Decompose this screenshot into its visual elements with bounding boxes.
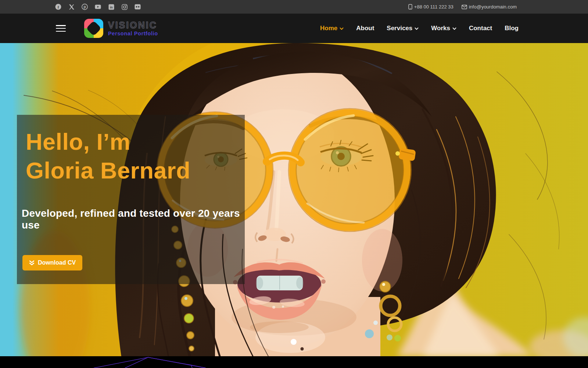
next-section-strip (0, 356, 588, 368)
nav-item-services[interactable]: Services (387, 25, 419, 32)
hero-title-line1: Hello, I’m (26, 129, 130, 155)
wireframe-graphic (0, 356, 588, 368)
page: f p in (0, 0, 588, 368)
hero-title-line2: Gloria Bernard (26, 158, 190, 183)
flickr-icon[interactable] (135, 4, 141, 10)
brand-name: VISIONIC (108, 21, 158, 30)
chevron-down-icon (415, 27, 419, 30)
brand-logo[interactable]: VISIONIC Personal Portfolio (84, 19, 158, 38)
hero-slider: Hello, I’m Gloria Bernard Developed, ref… (0, 43, 588, 356)
navbar: VISIONIC Personal Portfolio Home About S… (0, 14, 588, 43)
nav-item-contact[interactable]: Contact (469, 25, 492, 32)
envelope-icon (462, 5, 467, 9)
x-twitter-icon[interactable] (68, 4, 75, 10)
nav-item-blog[interactable]: Blog (505, 25, 519, 32)
download-cv-label: Download CV (38, 259, 76, 266)
slider-dot-active[interactable] (291, 339, 297, 345)
svg-text:p: p (83, 4, 86, 9)
main-menu: Home About Services Works Contact Blog (320, 25, 519, 32)
topbar: f p in (0, 0, 588, 14)
download-cv-button[interactable]: Download CV (22, 255, 82, 270)
social-links: f p in (55, 4, 141, 10)
double-chevron-down-icon (29, 260, 35, 266)
hamburger-menu-icon[interactable] (56, 25, 66, 32)
phone-icon (408, 4, 412, 10)
logo-pinwheel-icon (84, 19, 103, 38)
phone-number: +88 00 111 222 33 (414, 4, 453, 10)
contact-info: +88 00 111 222 33 info@yourdomain.com (408, 4, 517, 10)
svg-text:in: in (110, 5, 113, 9)
svg-text:f: f (58, 5, 59, 9)
facebook-icon[interactable]: f (55, 4, 61, 10)
instagram-icon[interactable] (121, 4, 128, 10)
brand-tagline: Personal Portfolio (108, 31, 158, 36)
hero-title: Hello, I’m Gloria Bernard (26, 127, 190, 185)
hero-copy-panel: Hello, I’m Gloria Bernard Developed, ref… (17, 115, 245, 284)
linkedin-icon[interactable]: in (108, 4, 114, 10)
email-address: info@yourdomain.com (469, 4, 517, 10)
pinterest-icon[interactable]: p (82, 4, 88, 10)
chevron-down-icon (340, 27, 344, 30)
chevron-down-icon (452, 27, 456, 30)
phone-link[interactable]: +88 00 111 222 33 (408, 4, 453, 10)
nav-item-about[interactable]: About (356, 25, 374, 32)
nav-item-works[interactable]: Works (431, 25, 456, 32)
hero-subtitle: Developed, refined and tested over 20 ye… (22, 208, 245, 231)
youtube-icon[interactable] (95, 4, 101, 10)
nav-item-home[interactable]: Home (320, 25, 344, 32)
email-link[interactable]: info@yourdomain.com (462, 4, 517, 10)
